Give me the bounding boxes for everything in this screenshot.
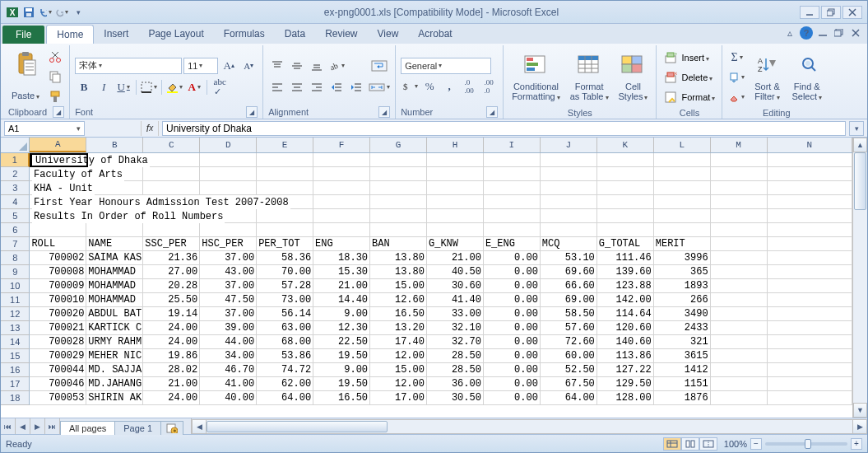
cell-C16[interactable]: 28.02 xyxy=(143,363,200,377)
cell-L5[interactable] xyxy=(654,209,711,223)
file-tab[interactable]: File xyxy=(2,26,44,44)
cell-C10[interactable]: 20.28 xyxy=(143,279,200,293)
cell-E17[interactable]: 62.00 xyxy=(257,377,313,391)
cell-I16[interactable]: 0.00 xyxy=(484,363,541,377)
cell-M14[interactable] xyxy=(711,335,768,349)
cell-J6[interactable] xyxy=(541,223,597,237)
font-name-combo[interactable]: 宋体 xyxy=(75,58,182,74)
align-middle-icon[interactable] xyxy=(288,57,306,75)
help-icon[interactable]: ? xyxy=(800,26,813,40)
cell-K15[interactable]: 113.86 xyxy=(597,349,654,363)
cell-I11[interactable]: 0.00 xyxy=(484,293,541,307)
mdi-minimize-icon[interactable] xyxy=(816,26,829,40)
cell-G4[interactable] xyxy=(370,195,427,209)
page-layout-view-button[interactable] xyxy=(681,437,699,451)
cell-J16[interactable]: 52.50 xyxy=(541,363,597,377)
cell-G1[interactable] xyxy=(370,153,427,167)
zoom-out-button[interactable]: − xyxy=(750,438,762,450)
column-header-M[interactable]: M xyxy=(711,138,768,152)
name-box[interactable]: A1▾ xyxy=(4,121,85,136)
mdi-close-icon[interactable] xyxy=(849,26,862,40)
cell-F16[interactable]: 9.00 xyxy=(313,363,370,377)
cell-E8[interactable]: 58.36 xyxy=(257,251,313,265)
cell-E4[interactable] xyxy=(257,195,313,209)
scroll-up-button[interactable]: ▲ xyxy=(853,138,867,152)
cell-N10[interactable] xyxy=(768,279,852,293)
cell-D18[interactable]: 40.00 xyxy=(200,391,257,405)
cell-D12[interactable]: 37.00 xyxy=(200,307,257,321)
align-right-icon[interactable] xyxy=(308,78,326,96)
cell-D17[interactable]: 41.00 xyxy=(200,377,257,391)
cell-N4[interactable] xyxy=(768,195,852,209)
cell-D10[interactable]: 37.00 xyxy=(200,279,257,293)
cell-K3[interactable] xyxy=(597,181,654,195)
cell-I9[interactable]: 0.00 xyxy=(484,265,541,279)
cell-K5[interactable] xyxy=(597,209,654,223)
cell-G15[interactable]: 12.00 xyxy=(370,349,427,363)
cell-I7[interactable]: E_ENG xyxy=(484,237,541,251)
column-header-H[interactable]: H xyxy=(427,138,484,152)
cell-E5[interactable] xyxy=(257,209,313,223)
cell-J7[interactable]: MCQ xyxy=(541,237,597,251)
align-left-icon[interactable] xyxy=(268,78,286,96)
cell-J15[interactable]: 60.00 xyxy=(541,349,597,363)
cell-D5[interactable] xyxy=(200,209,257,223)
cell-G7[interactable]: BAN xyxy=(370,237,427,251)
format-cells-button[interactable]: Format xyxy=(661,88,715,106)
tab-nav-next[interactable]: ▶ xyxy=(30,418,45,434)
cell-N15[interactable] xyxy=(768,349,852,363)
cell-M6[interactable] xyxy=(711,223,768,237)
cell-C12[interactable]: 19.14 xyxy=(143,307,200,321)
cell-D16[interactable]: 46.70 xyxy=(200,363,257,377)
cell-F17[interactable]: 19.50 xyxy=(313,377,370,391)
cell-L15[interactable]: 3615 xyxy=(654,349,711,363)
tab-formulas[interactable]: Formulas xyxy=(214,25,275,44)
column-header-E[interactable]: E xyxy=(257,138,313,152)
cell-C4[interactable] xyxy=(143,195,200,209)
cell-J18[interactable]: 64.00 xyxy=(541,391,597,405)
increase-indent-icon[interactable] xyxy=(347,78,365,96)
cell-J9[interactable]: 69.60 xyxy=(541,265,597,279)
cell-A3[interactable] xyxy=(30,181,86,195)
bold-button[interactable]: B xyxy=(75,78,93,96)
cell-H5[interactable] xyxy=(427,209,484,223)
formula-input[interactable]: University of Dhaka xyxy=(162,121,846,136)
decrease-indent-icon[interactable] xyxy=(327,78,346,96)
cell-F13[interactable]: 12.30 xyxy=(313,321,370,335)
cell-N12[interactable] xyxy=(768,307,852,321)
clear-icon[interactable] xyxy=(727,88,745,106)
cell-I3[interactable] xyxy=(484,181,541,195)
tab-insert[interactable]: Insert xyxy=(94,25,138,44)
cell-G10[interactable]: 15.00 xyxy=(370,279,427,293)
cell-K4[interactable] xyxy=(597,195,654,209)
cell-M12[interactable] xyxy=(711,307,768,321)
cell-E1[interactable] xyxy=(257,153,313,167)
cell-K8[interactable]: 111.46 xyxy=(597,251,654,265)
cell-F7[interactable]: ENG xyxy=(313,237,370,251)
cell-D2[interactable] xyxy=(200,167,257,181)
cell-D14[interactable]: 44.00 xyxy=(200,335,257,349)
scroll-down-button[interactable]: ▼ xyxy=(853,403,867,418)
cell-H13[interactable]: 32.10 xyxy=(427,321,484,335)
cell-G12[interactable]: 16.50 xyxy=(370,307,427,321)
cell-A18[interactable]: 700053 xyxy=(30,391,86,405)
cell-C13[interactable]: 24.00 xyxy=(143,321,200,335)
cell-N13[interactable] xyxy=(768,321,852,335)
cell-M13[interactable] xyxy=(711,321,768,335)
cell-D1[interactable] xyxy=(200,153,257,167)
cell-J3[interactable] xyxy=(541,181,597,195)
cell-L1[interactable] xyxy=(654,153,711,167)
dialog-launcher-font[interactable]: ◢ xyxy=(246,106,258,118)
cell-G17[interactable]: 12.00 xyxy=(370,377,427,391)
cell-E9[interactable]: 70.00 xyxy=(257,265,313,279)
cell-M16[interactable] xyxy=(711,363,768,377)
cell-H2[interactable] xyxy=(427,167,484,181)
tab-nav-last[interactable]: ⏭ xyxy=(45,418,60,434)
normal-view-button[interactable] xyxy=(663,437,681,451)
cell-N2[interactable] xyxy=(768,167,852,181)
cell-J2[interactable] xyxy=(541,167,597,181)
row-header-5[interactable]: 5 xyxy=(1,209,30,223)
find-select-button[interactable]: Find & Select xyxy=(788,50,825,105)
cell-K13[interactable]: 120.60 xyxy=(597,321,654,335)
cell-D7[interactable]: HSC_PER xyxy=(200,237,257,251)
